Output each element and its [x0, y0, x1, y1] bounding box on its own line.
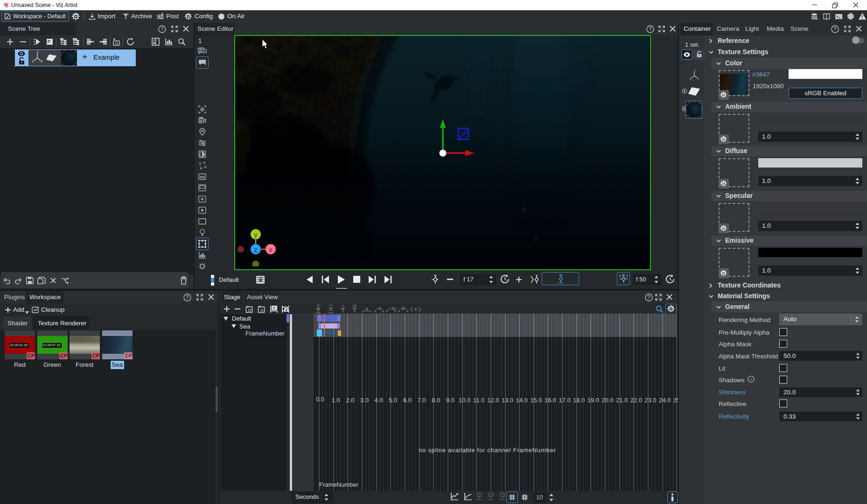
svg-text:X: X	[41, 60, 43, 63]
svg-text:X: X	[697, 77, 699, 80]
svg-text:z: z	[254, 246, 258, 253]
svg-text:Y: Y	[37, 51, 39, 54]
svg-text:?: ?	[649, 26, 652, 32]
svg-text:?: ?	[186, 294, 189, 300]
svg-text:D: D	[248, 308, 252, 313]
svg-text:?: ?	[161, 26, 164, 32]
svg-text:3: 3	[502, 493, 504, 497]
svg-text:y: y	[254, 231, 258, 238]
svg-text:Z: Z	[690, 77, 692, 80]
svg-text:x: x	[269, 246, 273, 253]
svg-text:2: 2	[490, 493, 492, 497]
svg-text:A: A	[260, 308, 263, 313]
svg-text:Z: Z	[32, 60, 34, 63]
svg-text:1: 1	[478, 493, 481, 497]
svg-text:i: i	[750, 377, 752, 382]
svg-text:?: ?	[648, 294, 650, 300]
svg-text:G: G	[115, 41, 118, 45]
svg-text:Y: Y	[694, 70, 696, 72]
svg-text:HS: HS	[200, 175, 204, 179]
svg-text:?: ?	[834, 26, 837, 32]
